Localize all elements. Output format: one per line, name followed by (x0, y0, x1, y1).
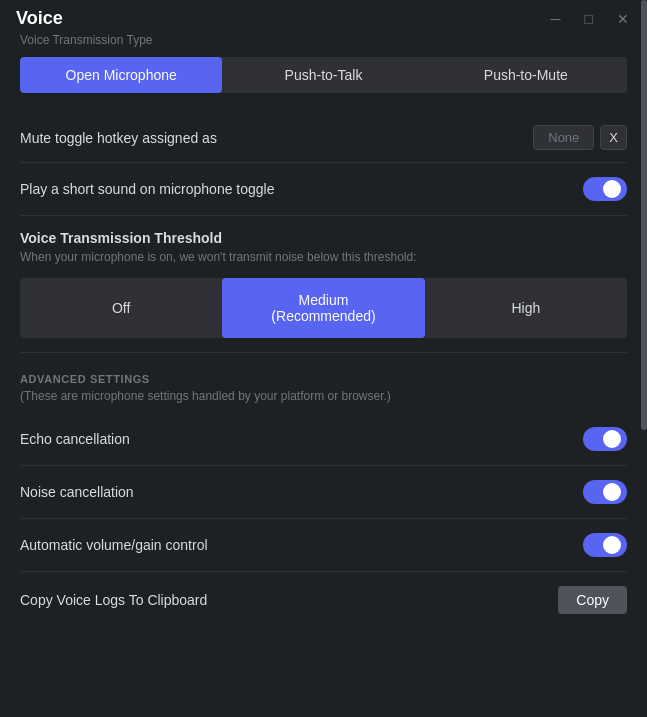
page-title: Voice (16, 8, 63, 29)
minimize-button[interactable]: ─ (545, 10, 567, 28)
voice-transmission-type-section: Voice Transmission Type Open Microphone … (20, 33, 627, 93)
transmission-type-group: Open Microphone Push-to-Talk Push-to-Mut… (20, 57, 627, 93)
auto-gain-label: Automatic volume/gain control (20, 537, 208, 553)
noise-cancellation-slider (583, 480, 627, 504)
copy-logs-label: Copy Voice Logs To Clipboard (20, 592, 207, 608)
window-controls: ─ □ ✕ (545, 10, 635, 28)
auto-gain-toggle[interactable] (583, 533, 627, 557)
threshold-medium-button[interactable]: Medium(Recommended) (222, 278, 424, 338)
open-microphone-button[interactable]: Open Microphone (20, 57, 222, 93)
copy-row: Copy Voice Logs To Clipboard Copy (20, 572, 627, 628)
transmission-type-label: Voice Transmission Type (20, 33, 627, 47)
echo-cancellation-label: Echo cancellation (20, 431, 130, 447)
scrollbar-thumb[interactable] (641, 0, 647, 430)
auto-gain-row: Automatic volume/gain control (20, 519, 627, 572)
threshold-off-button[interactable]: Off (20, 278, 222, 338)
sound-toggle-label: Play a short sound on microphone toggle (20, 181, 275, 197)
threshold-section: Voice Transmission Threshold When your m… (20, 216, 627, 353)
hotkey-clear-button[interactable]: X (600, 125, 627, 150)
sound-toggle[interactable] (583, 177, 627, 201)
echo-cancellation-row: Echo cancellation (20, 413, 627, 466)
main-content: Voice Transmission Type Open Microphone … (0, 33, 647, 700)
threshold-high-button[interactable]: High (425, 278, 627, 338)
threshold-group: Off Medium(Recommended) High (20, 278, 627, 338)
scrollbar-track (641, 0, 647, 717)
sound-toggle-slider (583, 177, 627, 201)
noise-cancellation-row: Noise cancellation (20, 466, 627, 519)
noise-cancellation-label: Noise cancellation (20, 484, 134, 500)
sound-toggle-row: Play a short sound on microphone toggle (20, 163, 627, 216)
advanced-title: ADVANCED SETTINGS (20, 373, 627, 385)
restore-button[interactable]: □ (579, 10, 599, 28)
noise-cancellation-toggle[interactable] (583, 480, 627, 504)
echo-cancellation-toggle[interactable] (583, 427, 627, 451)
advanced-description: (These are microphone settings handled b… (20, 389, 627, 403)
echo-cancellation-slider (583, 427, 627, 451)
threshold-description: When your microphone is on, we won't tra… (20, 250, 627, 264)
hotkey-label: Mute toggle hotkey assigned as (20, 130, 217, 146)
titlebar: Voice ─ □ ✕ (0, 0, 647, 33)
hotkey-row: Mute toggle hotkey assigned as None X (20, 113, 627, 163)
push-to-mute-button[interactable]: Push-to-Mute (425, 57, 627, 93)
hotkey-value: None (533, 125, 594, 150)
close-button[interactable]: ✕ (611, 10, 635, 28)
push-to-talk-button[interactable]: Push-to-Talk (222, 57, 424, 93)
advanced-settings-section: ADVANCED SETTINGS (These are microphone … (20, 353, 627, 628)
auto-gain-slider (583, 533, 627, 557)
hotkey-controls: None X (533, 125, 627, 150)
copy-button[interactable]: Copy (558, 586, 627, 614)
threshold-title: Voice Transmission Threshold (20, 230, 627, 246)
